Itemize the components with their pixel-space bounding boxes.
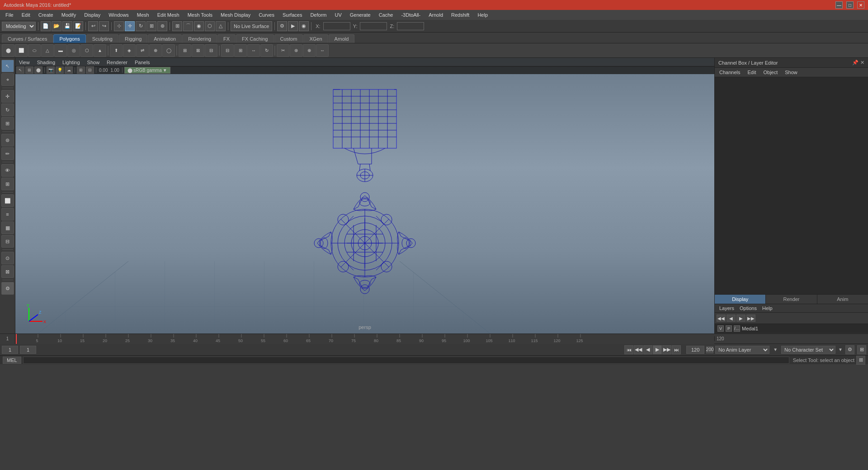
bridge-btn[interactable]: ⇌	[136, 44, 149, 57]
insert-edge-btn[interactable]: ⊟	[221, 44, 234, 57]
layers-menu[interactable]: Layers	[717, 305, 736, 311]
select-btn[interactable]: ⊹	[114, 21, 124, 31]
menu-mesh[interactable]: Mesh	[133, 11, 153, 19]
y-field[interactable]	[360, 22, 387, 30]
settings-btn[interactable]: ⚙	[1, 282, 14, 295]
vp-cam-btn[interactable]: 📷	[47, 66, 55, 74]
tab-custom[interactable]: Custom	[274, 34, 303, 43]
scale-tool-btn[interactable]: ⊞	[1, 117, 14, 130]
tab-arnold-tab[interactable]: Arnold	[329, 34, 355, 43]
vp-wireframe-btn[interactable]: ⊞	[25, 66, 33, 74]
save-as-btn[interactable]: 📝	[73, 21, 83, 31]
step-back-btn[interactable]: ◀	[643, 345, 652, 354]
mel-label[interactable]: MEL	[3, 357, 21, 364]
snap-point-btn[interactable]: ◉	[194, 21, 204, 31]
step-fwd-btn[interactable]: ▶▶	[662, 345, 671, 354]
vp-toggle-grid[interactable]: ⊞	[77, 66, 85, 74]
maximize-button[interactable]: □	[846, 1, 854, 9]
layer-p-check[interactable]: P	[726, 325, 732, 332]
layer-editor-btn[interactable]: ⊟	[1, 235, 14, 248]
pyramid-btn[interactable]: ▲	[94, 44, 106, 57]
cone-btn[interactable]: △	[41, 44, 54, 57]
menu-3dtoall[interactable]: -3DtoAll-	[397, 11, 424, 19]
boolean-btn[interactable]: ⊟	[205, 44, 217, 57]
tab-rigging[interactable]: Rigging	[119, 34, 147, 43]
show-hide-btn[interactable]: 👁	[1, 164, 14, 177]
multi-cut-btn[interactable]: ✂	[277, 44, 289, 57]
timeline-ruler[interactable]: 5 10 15 20 25 30 35 40 45 50 5	[15, 334, 714, 344]
menu-curves[interactable]: Curves	[255, 11, 278, 19]
anim-extra-btn[interactable]: ⊞	[857, 345, 866, 354]
move-tool-btn[interactable]: ✛	[1, 90, 14, 103]
menu-edit[interactable]: Edit	[18, 11, 34, 19]
rp-close-btn[interactable]: ✕	[860, 60, 864, 66]
help-menu[interactable]: Help	[760, 305, 774, 311]
vp-lighting-menu[interactable]: Lighting	[61, 60, 82, 65]
tab-animation[interactable]: Animation	[148, 34, 182, 43]
mel-input[interactable]	[23, 357, 789, 364]
soft-select-btn[interactable]: ⊚	[1, 134, 14, 146]
plane-btn[interactable]: ▬	[54, 44, 67, 57]
redo-btn[interactable]: ↪	[99, 21, 109, 31]
snap-live-btn[interactable]: △	[216, 21, 226, 31]
layer-prev-prev-btn[interactable]: ◀◀	[717, 315, 726, 322]
separate-btn[interactable]: ⊠	[192, 44, 204, 57]
goto-start-btn[interactable]: ⏮	[624, 345, 633, 354]
paint-select-btn[interactable]: ✏	[1, 147, 14, 160]
spin-edge-btn[interactable]: ↻	[260, 44, 273, 57]
vp-lights-btn[interactable]: 💡	[56, 66, 64, 74]
script-editor-btn[interactable]: ⊞	[856, 356, 865, 365]
connect-btn[interactable]: ⊕	[303, 44, 316, 57]
rp-anim-tab[interactable]: Anim	[817, 295, 868, 304]
tab-xgen[interactable]: XGen	[303, 34, 328, 43]
menu-edit-mesh[interactable]: Edit Mesh	[154, 11, 183, 19]
offset-edge-btn[interactable]: ⊞	[234, 44, 247, 57]
target-weld-btn[interactable]: ⊛	[290, 44, 302, 57]
anim-layer-select[interactable]: No Anim Layer	[715, 346, 769, 354]
rotate-tool-btn[interactable]: ↻	[1, 103, 14, 116]
menu-modify[interactable]: Modify	[58, 11, 80, 19]
menu-generate[interactable]: Generate	[346, 11, 374, 19]
lasso-btn[interactable]: ⌖	[1, 73, 14, 86]
cb-show-menu[interactable]: Show	[782, 69, 800, 76]
torus-btn[interactable]: ◎	[67, 44, 80, 57]
menu-mesh-tools[interactable]: Mesh Tools	[184, 11, 216, 19]
channel-box-btn[interactable]: ▦	[1, 221, 14, 234]
vp-shading-menu[interactable]: Shading	[35, 60, 57, 65]
fill-hole-btn[interactable]: ◯	[162, 44, 175, 57]
layer-prev-btn[interactable]: ◀	[726, 315, 736, 322]
new-file-btn[interactable]: 📄	[41, 21, 51, 31]
vp-frame-all[interactable]: ⊟	[86, 66, 94, 74]
menu-arnold[interactable]: Arnold	[425, 11, 447, 19]
menu-uv[interactable]: UV	[331, 11, 345, 19]
menu-redshift[interactable]: Redshift	[448, 11, 473, 19]
tab-fx[interactable]: FX	[217, 34, 236, 43]
cube-btn[interactable]: ⬜	[15, 44, 28, 57]
universal-manip-btn[interactable]: ⊛	[157, 21, 167, 31]
snap-surface-btn[interactable]: ⬡	[205, 21, 215, 31]
scale-btn[interactable]: ⊞	[146, 21, 156, 31]
play-btn[interactable]: ▶	[653, 345, 662, 354]
render-btn[interactable]: ▶	[288, 21, 298, 31]
vp-smooth-btn[interactable]: ⬤	[34, 66, 42, 74]
menu-file[interactable]: File	[2, 11, 17, 19]
menu-deform[interactable]: Deform	[307, 11, 330, 19]
rp-display-tab[interactable]: Display	[715, 295, 766, 304]
four-view-btn[interactable]: ⊠	[1, 265, 14, 278]
ipr-btn[interactable]: ◉	[299, 21, 309, 31]
z-field[interactable]	[397, 22, 424, 30]
live-surface-btn[interactable]: No Live Surface	[231, 21, 272, 31]
tab-fx-caching[interactable]: FX Caching	[236, 34, 274, 43]
sphere-btn[interactable]: ⬤	[2, 44, 14, 57]
layer-display-icon[interactable]: /…	[734, 325, 740, 332]
menu-surfaces[interactable]: Surfaces	[279, 11, 306, 19]
rp-render-tab[interactable]: Render	[766, 295, 817, 304]
viewport[interactable]: View Shading Lighting Show Renderer Pane…	[15, 58, 714, 334]
workspace-select[interactable]: Modeling	[2, 22, 36, 31]
attribute-editor-btn[interactable]: ≡	[1, 208, 14, 221]
end-frame-field[interactable]	[686, 346, 704, 354]
vp-fog-btn[interactable]: ☁	[65, 66, 73, 74]
vp-panels-menu[interactable]: Panels	[133, 60, 152, 65]
close-button[interactable]: ✕	[857, 1, 864, 9]
cb-channels-menu[interactable]: Channels	[717, 69, 743, 76]
